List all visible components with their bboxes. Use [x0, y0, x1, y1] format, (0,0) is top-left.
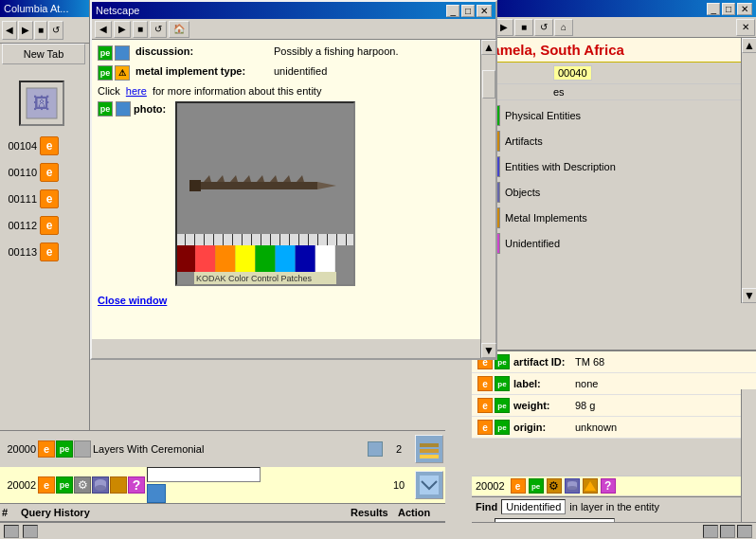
popup-home-button[interactable]: 🏠	[169, 21, 189, 38]
det-pe-icon-3: pe	[495, 398, 510, 413]
popup-metal-row: pe ⚠ metal implement type: unidentified	[98, 65, 490, 81]
popup-scroll-up[interactable]: ▲	[481, 40, 496, 55]
q2-question-icon: ?	[128, 476, 145, 494]
popup-discussion-icons: pe	[98, 45, 130, 61]
popup-maximize-button[interactable]: □	[461, 5, 475, 17]
entity-icon: 🖼	[19, 81, 64, 126]
popup-back-button[interactable]: ◀	[95, 21, 112, 38]
right-maximize-button[interactable]: □	[722, 3, 735, 15]
right-stop-button[interactable]: ■	[514, 19, 533, 36]
right-scroll-down[interactable]: ▼	[742, 288, 756, 303]
close-window-link[interactable]: Close window	[98, 295, 167, 306]
new-tab-button[interactable]: New Tab	[2, 44, 85, 64]
det-pe-icon-4: pe	[495, 420, 510, 435]
entity-list-item-metal[interactable]: Metal Implements	[477, 206, 753, 230]
right-status-icon-3	[737, 525, 752, 538]
q1-rect-icon	[74, 440, 91, 458]
right-id-row: yID 00040	[474, 63, 756, 84]
q1-action-icon[interactable]	[415, 435, 443, 463]
q1-pe-icon: pe	[56, 440, 73, 458]
right-status-icon-2	[720, 525, 735, 538]
blue-icon-photo	[116, 101, 131, 117]
det-pe-icon-2: pe	[495, 376, 510, 391]
detail-origin-row: e pe origin: unknown	[472, 417, 756, 439]
entity-row-00112[interactable]: 00112 e	[2, 212, 87, 239]
entity-list-item-pe[interactable]: pe Physical Entities	[477, 103, 753, 128]
triangle-icon-row	[583, 478, 598, 494]
svg-point-7	[95, 485, 106, 491]
entity-list-item-artifacts[interactable]: Artifacts	[477, 129, 753, 153]
popup-forward-button[interactable]: ▶	[114, 21, 131, 38]
q2-action-icon[interactable]	[415, 471, 443, 499]
det-e-icon-5: e	[511, 478, 526, 494]
svg-rect-4	[420, 455, 439, 458]
popup-photo-area: pe photo:	[98, 101, 490, 286]
popup-toolbar: ◀ ▶ ■ ↺ 🏠	[92, 19, 495, 40]
q2-e-icon: e	[38, 476, 55, 494]
popup-minimize-button[interactable]: _	[446, 5, 459, 17]
entity-list-item-entities[interactable]: Entities with Description	[477, 154, 753, 179]
right-detail-section: e pe artifact ID: TM 68 e pe label: none…	[472, 350, 756, 539]
entity-row-00113[interactable]: 00113 e	[2, 239, 87, 265]
pe-icon-photo: pe	[98, 101, 113, 117]
artifact-photo	[175, 101, 355, 286]
popup-content: pe discussion: Possibly a fishing harpoo…	[92, 40, 495, 339]
svg-rect-9	[420, 476, 439, 494]
det-pe-icon-5: pe	[529, 478, 544, 494]
query-row-20002: 20002 e pe ⚙ ? 10	[0, 467, 445, 503]
q2-gear-icon: ⚙	[74, 476, 91, 494]
entity-list-item-unidentified[interactable]: ? Unidentified	[477, 231, 753, 256]
det-e-icon-4: e	[477, 420, 493, 435]
status-icon-1	[4, 525, 19, 538]
popup-close-button[interactable]: ✕	[477, 5, 492, 17]
status-icon-2	[23, 525, 38, 538]
right-close-x-button[interactable]: ✕	[736, 19, 755, 36]
entity-row-00104[interactable]: 00104 e	[2, 133, 87, 159]
q2-triangle-icon	[110, 476, 127, 494]
q2-input-area	[147, 467, 383, 503]
e-icon-00110: e	[40, 163, 59, 182]
right-home-button[interactable]: ⌂	[554, 19, 573, 36]
detail-label-row: e pe label: none	[472, 373, 756, 395]
popup-title-bar: Netscape _ □ ✕	[92, 2, 495, 19]
right-minimize-button[interactable]: _	[707, 3, 720, 15]
right-location-header: ulamela, South Africa	[474, 38, 756, 63]
entity-row-00110[interactable]: 00110 e	[2, 159, 87, 186]
q1-small-icon	[368, 441, 383, 457]
q2-extra-icon	[147, 484, 383, 503]
entity-row-00111[interactable]: 00111 e	[2, 186, 87, 212]
q2-search-input[interactable]	[147, 467, 261, 482]
svg-rect-2	[420, 443, 439, 447]
popup-reload-button[interactable]: ↺	[150, 21, 167, 38]
entity-list-item-objects[interactable]: Objects	[477, 180, 753, 205]
popup-click-row: Click here for more information about th…	[98, 85, 490, 97]
right-scrollbar[interactable]: ▲ ▼	[741, 38, 756, 303]
query-header: # Query History Results Action	[0, 503, 445, 522]
reload-button[interactable]: ↺	[48, 21, 63, 40]
right-close-button[interactable]: ✕	[737, 3, 752, 15]
cylinder-icon-row	[565, 478, 580, 494]
detail-artifact-id-row: e pe artifact ID: TM 68	[472, 351, 756, 373]
popup-stop-button[interactable]: ■	[133, 21, 148, 38]
gear-icon-row: ⚙	[547, 478, 562, 494]
stop-button[interactable]: ■	[34, 21, 47, 40]
right-forward-button[interactable]: ▶	[495, 19, 513, 36]
detail-weight-row: e pe weight: 98 g	[472, 395, 756, 417]
svg-point-20	[567, 486, 577, 490]
back-button[interactable]: ◀	[2, 21, 17, 40]
here-link[interactable]: here	[126, 85, 147, 97]
popup-scrollbar[interactable]: ▲ ▼	[480, 40, 495, 358]
popup-scroll-down[interactable]: ▼	[481, 343, 496, 358]
forward-button[interactable]: ▶	[18, 21, 33, 40]
id-row-20002: 20002 e pe ⚙ ?	[476, 478, 752, 494]
right-scroll-up[interactable]: ▲	[742, 38, 756, 53]
status-bar	[0, 522, 445, 539]
popup-discussion-row: pe discussion: Possibly a fishing harpoo…	[98, 45, 490, 61]
e-icon-00111: e	[40, 189, 59, 208]
query-row-20000: 20000 e pe Layers With Ceremonial 2	[0, 431, 445, 467]
right-reload-button[interactable]: ↺	[534, 19, 553, 36]
detail-scrollbar[interactable]: ◀ ▶	[741, 389, 756, 539]
right-panel: ... _ □ ✕ ◀ ▶ ■ ↺ ⌂ ✕ ulamela, South Afr…	[472, 0, 756, 539]
e-icon-00104: e	[40, 136, 59, 155]
popup-scroll-thumb[interactable]	[482, 70, 495, 99]
